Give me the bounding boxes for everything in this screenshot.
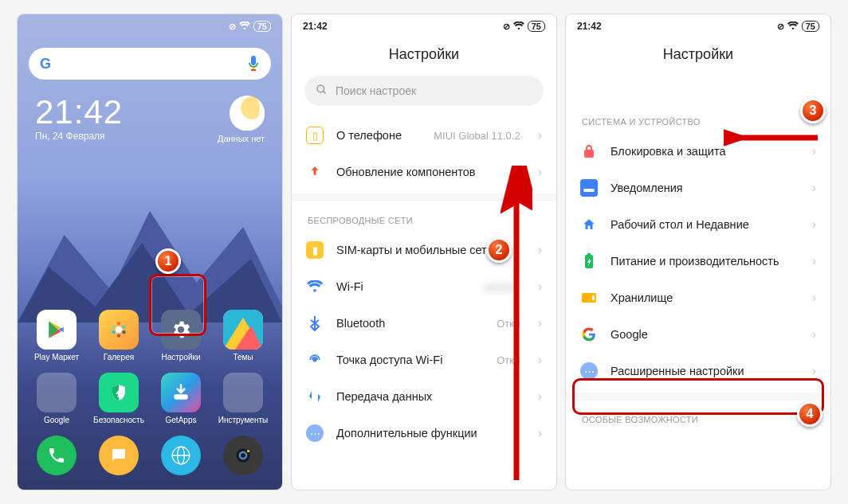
chevron-right-icon: ›	[538, 165, 542, 179]
svg-line-26	[323, 91, 325, 93]
status-bar: 21:42 ⊘ 75	[566, 14, 830, 35]
notifications-icon: ▬	[580, 179, 598, 197]
svg-point-11	[112, 326, 115, 329]
step-badge-4: 4	[797, 401, 822, 427]
dock-phone[interactable]	[37, 436, 77, 475]
chevron-right-icon: ›	[812, 254, 816, 268]
lock-icon	[580, 143, 598, 160]
search-placeholder: Поиск настроек	[336, 84, 416, 97]
phone-settings-main: 21:42 ⊘ 75 Настройки Поиск настроек ▯ О …	[292, 14, 556, 490]
chevron-right-icon: ›	[812, 217, 816, 232]
battery-icon: 75	[528, 21, 545, 32]
storage-icon	[580, 289, 598, 307]
scroll-up-arrow	[501, 166, 532, 484]
more-icon: ⋯	[580, 362, 598, 380]
svg-point-7	[122, 326, 125, 329]
status-time: 21:42	[303, 21, 328, 32]
sim-icon: ▮	[306, 241, 324, 259]
arrow-to-section	[724, 126, 819, 150]
folder-tools[interactable]: Инструменты	[214, 373, 273, 424]
home-icon	[580, 216, 598, 233]
svg-rect-2	[251, 56, 256, 65]
svg-rect-30	[584, 150, 594, 158]
weather-widget[interactable]: Данных нет	[218, 96, 265, 143]
svg-point-8	[122, 330, 125, 334]
chevron-right-icon: ›	[538, 353, 542, 367]
app-security[interactable]: Безопасность	[89, 373, 148, 424]
bluetooth-icon	[306, 315, 324, 332]
wifi-icon	[513, 21, 524, 32]
svg-point-5	[116, 326, 123, 334]
row-battery-perf[interactable]: Питание и производительность ›	[566, 243, 830, 279]
chevron-right-icon: ›	[812, 327, 816, 342]
folder-google[interactable]: Google	[27, 373, 86, 424]
step-badge-1: 1	[155, 248, 181, 274]
hotspot-icon	[306, 351, 324, 369]
svg-rect-35	[592, 295, 595, 300]
row-home-recents[interactable]: Рабочий стол и Недавние ›	[566, 206, 830, 243]
svg-point-25	[317, 85, 324, 92]
app-getapps[interactable]: GetApps	[151, 373, 210, 424]
dock-messages[interactable]	[99, 436, 139, 475]
page-title: Настройки	[566, 35, 830, 76]
mic-icon[interactable]	[247, 55, 260, 72]
data-icon	[306, 388, 324, 405]
chevron-right-icon: ›	[538, 279, 542, 294]
dock-camera[interactable]	[223, 436, 263, 475]
chevron-right-icon: ›	[538, 128, 542, 143]
app-gallery[interactable]: Галерея	[89, 310, 148, 361]
chevron-right-icon: ›	[538, 316, 542, 330]
google-logo: G	[40, 56, 51, 72]
dock	[18, 424, 282, 490]
dnd-icon: ⊘	[229, 21, 236, 32]
weather-text: Данных нет	[218, 134, 265, 143]
weather-icon	[230, 96, 265, 131]
chevron-right-icon: ›	[538, 389, 542, 404]
battery-icon: 75	[802, 21, 819, 32]
row-about-phone[interactable]: ▯ О телефоне MIUI Global 11.0.2 ›	[292, 117, 556, 154]
svg-point-10	[112, 330, 115, 334]
chevron-right-icon: ›	[538, 243, 542, 257]
chevron-right-icon: ›	[812, 181, 816, 195]
update-icon	[306, 163, 324, 181]
chevron-right-icon: ›	[812, 291, 816, 305]
page-title: Настройки	[292, 35, 556, 76]
status-bar: ⊘ 75	[18, 14, 282, 35]
svg-point-6	[117, 322, 120, 325]
dnd-icon: ⊘	[777, 21, 784, 32]
row-storage[interactable]: Хранилище ›	[566, 279, 830, 316]
battery-icon: 75	[253, 21, 271, 32]
phone-settings-system: 21:42 ⊘ 75 Настройки СИСТЕМА И УСТРОЙСТВ…	[566, 14, 830, 490]
phone-home: ⊘ 75 G 21:42 Пн, 24 Февраля Данных нет	[18, 14, 282, 490]
google-icon	[580, 326, 598, 343]
dock-browser[interactable]	[161, 436, 201, 475]
wifi-icon	[787, 21, 799, 32]
chevron-right-icon: ›	[538, 426, 542, 440]
status-time: 21:42	[577, 21, 602, 32]
status-bar: 21:42 ⊘ 75	[292, 14, 556, 35]
row-google[interactable]: Google ›	[566, 316, 830, 353]
search-icon	[316, 84, 328, 98]
step-badge-2: 2	[486, 237, 512, 263]
step-badge-3: 3	[800, 98, 826, 123]
clock-date: Пн, 24 Февраля	[35, 131, 123, 142]
svg-point-24	[247, 450, 249, 452]
phone-icon: ▯	[306, 127, 324, 144]
svg-point-9	[117, 334, 120, 337]
battery-icon	[580, 252, 598, 270]
svg-rect-16	[174, 394, 187, 400]
svg-point-27	[313, 358, 316, 361]
app-play-market[interactable]: Play Маркет	[27, 310, 86, 361]
svg-point-23	[241, 453, 245, 457]
dnd-icon: ⊘	[503, 21, 510, 32]
google-search-bar[interactable]: G	[29, 48, 271, 80]
more-icon: ⋯	[306, 424, 324, 442]
highlight-settings-app	[149, 274, 206, 336]
highlight-advanced-settings	[572, 378, 824, 415]
clock-widget[interactable]: 21:42 Пн, 24 Февраля	[35, 96, 123, 142]
settings-search[interactable]: Поиск настроек	[304, 76, 544, 106]
wifi-icon	[306, 278, 324, 295]
app-themes[interactable]: Темы	[214, 310, 273, 361]
row-notifications[interactable]: ▬ Уведомления ›	[566, 170, 830, 206]
chevron-right-icon: ›	[812, 364, 816, 378]
